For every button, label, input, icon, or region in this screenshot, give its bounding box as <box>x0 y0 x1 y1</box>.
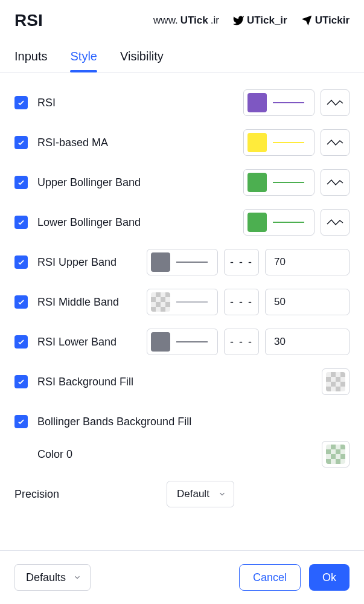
plot-style-rsi[interactable] <box>321 89 350 116</box>
precision-value: Default <box>177 488 209 500</box>
plot-style-rsi-ma[interactable] <box>321 129 350 156</box>
line-style-icon <box>327 178 343 187</box>
twitter-handle: UTick_ir <box>247 14 287 27</box>
line-preview-rsi-ma <box>273 142 304 143</box>
swatch-rsi <box>247 93 267 112</box>
twitter-link[interactable]: UTick_ir <box>232 14 287 27</box>
label-rsi-bg: RSI Background Fill <box>37 376 322 388</box>
website-pre: www. <box>153 14 178 27</box>
color-line-rsi-middle[interactable] <box>147 289 218 315</box>
line-preview-rsi <box>273 102 304 103</box>
line-preview-rsi-upper <box>176 262 208 263</box>
plot-style-upper-bb[interactable] <box>321 169 350 196</box>
swatch-rsi-lower <box>151 332 170 352</box>
line-preview-rsi-lower <box>176 341 208 342</box>
checkbox-rsi-upper[interactable] <box>14 255 28 269</box>
label-rsi-ma: RSI-based MA <box>37 137 243 149</box>
checkbox-rsi-bg[interactable] <box>14 375 28 388</box>
chevron-down-icon <box>218 490 226 498</box>
row-color0: Color 0 <box>14 441 350 467</box>
telegram-icon <box>301 14 313 27</box>
row-bb-bg: Bollinger Bands Background Fill <box>14 408 350 435</box>
line-style-icon <box>327 138 343 147</box>
check-icon <box>17 298 25 306</box>
label-lower-bb: Lower Bollinger Band <box>37 216 243 229</box>
swatch-color0 <box>326 445 345 464</box>
line-style-icon <box>327 98 343 107</box>
row-rsi-middle: RSI Middle Band - - - <box>14 289 350 315</box>
check-icon <box>17 218 25 226</box>
swatch-rsi-ma <box>247 133 267 152</box>
label-color0: Color 0 <box>37 448 322 461</box>
checkbox-rsi-middle[interactable] <box>14 295 28 309</box>
color-color0[interactable] <box>322 441 350 467</box>
line-preview-upper-bb <box>273 182 304 183</box>
row-rsi-bg: RSI Background Fill <box>14 368 350 395</box>
ok-button[interactable]: Ok <box>309 564 350 591</box>
row-rsi: RSI <box>14 89 350 116</box>
plot-style-lower-bb[interactable] <box>321 209 350 236</box>
color-line-upper-bb[interactable] <box>243 169 315 196</box>
line-preview-lower-bb <box>273 222 304 223</box>
color-line-rsi-ma[interactable] <box>243 129 315 156</box>
color-line-rsi-upper[interactable] <box>147 249 218 275</box>
checkbox-bb-bg[interactable] <box>14 415 28 428</box>
row-rsi-lower: RSI Lower Band - - - <box>14 329 350 355</box>
tab-inputs[interactable]: Inputs <box>14 50 47 72</box>
value-rsi-middle[interactable] <box>265 289 350 315</box>
color-line-lower-bb[interactable] <box>243 209 315 236</box>
row-upper-bb: Upper Bollinger Band <box>14 169 350 196</box>
check-icon <box>17 258 25 266</box>
defaults-button[interactable]: Defaults <box>14 564 91 591</box>
check-icon <box>17 417 25 426</box>
tab-style[interactable]: Style <box>70 50 97 72</box>
checkbox-rsi-lower[interactable] <box>14 335 28 349</box>
footer: Defaults Cancel Ok <box>0 550 364 604</box>
color-line-rsi[interactable] <box>243 89 315 116</box>
telegram-link[interactable]: UTickir <box>301 14 350 27</box>
social-links: www.UTick.ir UTick_ir UTickir <box>153 14 350 27</box>
defaults-label: Defaults <box>26 571 66 584</box>
label-rsi-lower: RSI Lower Band <box>37 336 147 349</box>
row-rsi-ma: RSI-based MA <box>14 129 350 156</box>
value-rsi-upper[interactable] <box>265 249 350 275</box>
line-preview-rsi-middle <box>176 301 208 303</box>
line-style-icon <box>327 218 343 226</box>
color-rsi-bg[interactable] <box>322 368 350 395</box>
label-rsi-middle: RSI Middle Band <box>37 296 147 309</box>
website-post: .ir <box>211 14 219 27</box>
checkbox-rsi[interactable] <box>14 96 28 109</box>
swatch-lower-bb <box>247 213 267 232</box>
color-line-rsi-lower[interactable] <box>147 329 218 355</box>
checkbox-lower-bb[interactable] <box>14 216 28 229</box>
value-rsi-lower[interactable] <box>265 329 350 355</box>
telegram-handle: UTickir <box>315 14 350 27</box>
check-icon <box>17 338 25 346</box>
swatch-rsi-middle <box>151 292 170 312</box>
twitter-icon <box>232 14 244 27</box>
dash-style-rsi-middle[interactable]: - - - <box>224 289 259 315</box>
tab-visibility[interactable]: Visibility <box>120 50 164 72</box>
checkbox-upper-bb[interactable] <box>14 176 28 189</box>
label-bb-bg: Bollinger Bands Background Fill <box>37 416 350 428</box>
style-panel: RSI RSI-based MA <box>0 72 364 519</box>
label-precision: Precision <box>14 488 167 501</box>
check-icon <box>17 138 25 147</box>
website-link[interactable]: www.UTick.ir <box>153 14 219 27</box>
check-icon <box>17 378 25 386</box>
check-icon <box>17 178 25 187</box>
check-icon <box>17 98 25 107</box>
label-upper-bb: Upper Bollinger Band <box>37 176 243 189</box>
tabs: Inputs Style Visibility <box>0 30 364 72</box>
dash-style-rsi-lower[interactable]: - - - <box>224 329 259 355</box>
label-rsi: RSI <box>37 97 243 109</box>
header: RSI www.UTick.ir UTick_ir UTickir <box>0 0 364 30</box>
swatch-rsi-upper <box>151 252 170 272</box>
checkbox-rsi-ma[interactable] <box>14 136 28 149</box>
dash-style-rsi-upper[interactable]: - - - <box>224 249 259 275</box>
row-precision: Precision Default <box>14 481 350 507</box>
indicator-title: RSI <box>14 11 43 30</box>
swatch-upper-bb <box>247 173 267 192</box>
select-precision[interactable]: Default <box>167 481 234 507</box>
cancel-button[interactable]: Cancel <box>239 564 301 591</box>
